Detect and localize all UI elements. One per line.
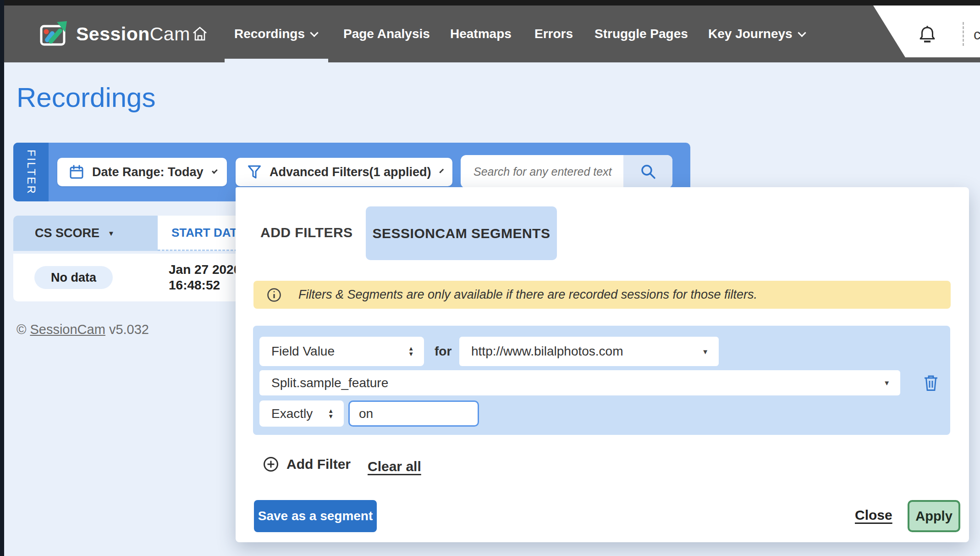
cs-score-header-label: CS SCORE (35, 226, 99, 240)
apply-button[interactable]: Apply (908, 500, 960, 532)
truncated-account-text[interactable]: c (974, 27, 980, 45)
advanced-filters-panel: ADD FILTERS SESSIONCAM SEGMENTS Filters … (236, 187, 969, 542)
nav-label: Page Analysis (343, 27, 430, 41)
nav-item-errors[interactable]: Errors (534, 27, 573, 41)
active-nav-underline (225, 59, 328, 62)
nav-item-key-journeys[interactable]: Key Journeys (708, 27, 805, 41)
date-range-button[interactable]: Date Range: Today (57, 158, 227, 186)
site-select[interactable]: http://www.bilalphotos.com ▼ (459, 337, 719, 366)
plus-circle-icon (263, 456, 279, 473)
sessioncam-logo-icon (39, 21, 69, 47)
nav-home-icon[interactable] (192, 26, 208, 42)
select-caret-icon: ▼ (877, 379, 890, 387)
date-range-label: Date Range: Today (92, 165, 204, 179)
column-header-cs-score[interactable]: CS SCORE ▼ (13, 216, 158, 251)
advanced-filters-label: Advanced Filters(1 applied) (270, 165, 431, 179)
clear-all-link[interactable]: Clear all (368, 459, 421, 474)
sort-desc-icon: ▼ (108, 229, 115, 237)
for-label: for (435, 337, 451, 366)
info-banner-text: Filters & Segments are only available if… (298, 288, 757, 302)
save-as-segment-button[interactable]: Save as a segment (254, 500, 377, 532)
info-icon (266, 287, 282, 303)
cs-score-badge: No data (34, 266, 113, 289)
sessioncam-footer-link[interactable]: SessionCam (30, 322, 105, 337)
segments-tab-label: SESSIONCAM SEGMENTS (373, 226, 551, 241)
advanced-filters-button[interactable]: Advanced Filters(1 applied) (236, 158, 452, 186)
funnel-icon (248, 165, 261, 179)
search-icon (640, 163, 656, 180)
search-submit-button[interactable] (623, 155, 672, 188)
filter-value-input[interactable] (348, 400, 479, 427)
select-caret-icon: ▼ (695, 348, 709, 356)
start-date-cell: Jan 27 2020, 16:48:52 (169, 262, 244, 293)
filter-vertical-tab[interactable]: FILTER (13, 143, 49, 201)
nav-label: Recordings (234, 27, 305, 41)
nav-item-heatmaps[interactable]: Heatmaps (450, 27, 512, 41)
table-row[interactable]: No data Jan 27 2020, 16:48:52 (13, 254, 242, 301)
filter-tab-label: FILTER (25, 150, 38, 195)
tab-sessioncam-segments[interactable]: SESSIONCAM SEGMENTS (366, 206, 557, 260)
start-date-header-label: START DATE (171, 226, 245, 240)
select-stepper-icon: ▲▼ (321, 408, 334, 419)
screen: SessionCam Recordings Page Analysis Heat… (0, 0, 980, 556)
search-input[interactable] (461, 155, 623, 188)
filter-criteria-card: Field Value ▲▼ for http://www.bilalphoto… (253, 326, 950, 435)
nav-item-page-analysis[interactable]: Page Analysis (343, 27, 430, 41)
brand-logo[interactable]: SessionCam (39, 21, 190, 47)
attribute-select[interactable]: Split.sample_feature ▼ (259, 370, 900, 395)
nav-item-struggle-pages[interactable]: Struggle Pages (595, 27, 688, 41)
chevron-down-icon (310, 28, 318, 37)
field-type-select[interactable]: Field Value ▲▼ (259, 337, 424, 366)
search-box (461, 155, 672, 188)
calendar-icon (69, 165, 84, 179)
chevron-down-icon (439, 168, 444, 173)
nav-label: Key Journeys (708, 27, 793, 41)
add-filter-label: Add Filter (286, 456, 351, 472)
footer-version: © SessionCam v5.032 (17, 322, 149, 337)
browser-top-strip (0, 0, 980, 6)
divider (963, 22, 964, 46)
delete-filter-trash-icon[interactable] (923, 374, 939, 392)
notifications-bell-icon[interactable] (919, 25, 936, 44)
add-filter-button[interactable]: Add Filter (263, 456, 351, 473)
tab-add-filters[interactable]: ADD FILTERS (260, 225, 353, 240)
operator-select[interactable]: Exactly ▲▼ (259, 400, 344, 427)
select-stepper-icon: ▲▼ (402, 346, 414, 357)
nav-item-recordings[interactable]: Recordings (234, 27, 317, 41)
brand-name: SessionCam (76, 23, 190, 45)
browser-left-strip (0, 0, 4, 556)
page-title: Recordings (17, 82, 156, 113)
close-link[interactable]: Close (855, 507, 892, 523)
top-navbar: SessionCam Recordings Page Analysis Heat… (0, 6, 980, 62)
nav-label: Heatmaps (450, 27, 512, 41)
info-banner: Filters & Segments are only available if… (253, 281, 951, 309)
chevron-down-icon (212, 168, 218, 174)
nav-label: Struggle Pages (595, 27, 688, 41)
chevron-down-icon (798, 28, 806, 37)
nav-label: Errors (534, 27, 573, 41)
navbar-corner-wedge: c (853, 6, 980, 57)
